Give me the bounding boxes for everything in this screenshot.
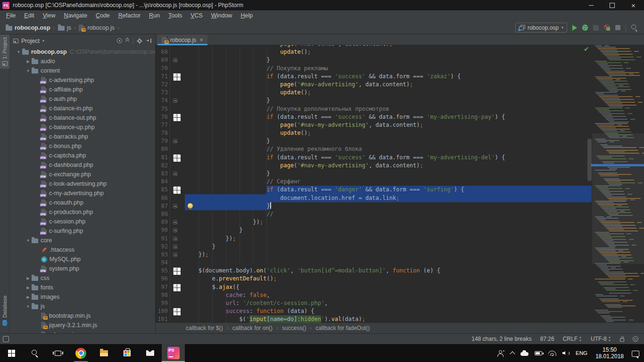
tree-item[interactable]: ▶fonts xyxy=(9,283,155,292)
fold-marker-icon[interactable] xyxy=(173,172,177,176)
close-tab-icon[interactable]: × xyxy=(199,36,203,43)
tree-item[interactable]: phpc-dashboard.php xyxy=(9,160,155,170)
taskbar-clock[interactable]: 15:50 18.01.2018 xyxy=(595,346,624,360)
code-line-91[interactable]: 91 }); xyxy=(156,235,592,243)
code-line-81[interactable]: 81 if (data.result === 'success' && data… xyxy=(156,154,592,162)
tree-item[interactable]: phpc-production.php xyxy=(9,207,155,217)
chevron-down-icon[interactable]: ▾ xyxy=(42,39,44,43)
code-line-99[interactable]: 99 url: '/content/c-session.php', xyxy=(156,299,592,307)
gutter[interactable] xyxy=(168,267,185,275)
tree-item[interactable]: JSjquery-3.2.1.min.js xyxy=(9,321,155,330)
fold-marker-icon[interactable] xyxy=(173,308,180,315)
fold-marker-icon[interactable] xyxy=(173,186,180,193)
tree-item[interactable]: phpc-barracks.php xyxy=(9,132,155,141)
code-line-97[interactable]: 97 $.ajax({ xyxy=(156,283,592,291)
tree-item[interactable]: phpc-session.php xyxy=(9,217,155,226)
tree-item[interactable]: ▼robocop.ospC:\OSPanel\domains\robocop.o… xyxy=(9,47,155,57)
code-editor[interactable]: 67 page('#nav-bonus', data.content);68 u… xyxy=(156,45,644,323)
wifi-icon[interactable] xyxy=(548,350,556,356)
fold-marker-icon[interactable] xyxy=(173,220,177,224)
menu-item-navigate[interactable]: Navigate xyxy=(60,10,91,21)
task-view-button[interactable] xyxy=(46,344,69,362)
gutter[interactable] xyxy=(168,113,185,121)
fold-marker-icon[interactable] xyxy=(173,237,177,241)
inspections-ok-icon[interactable]: ✔ xyxy=(584,45,589,53)
menu-item-window[interactable]: Window xyxy=(207,10,236,21)
code-line-92[interactable]: 92 } xyxy=(156,243,592,251)
code-line-71[interactable]: 71 if (data.result === 'success' && data… xyxy=(156,73,592,81)
code-breadcrumb-item[interactable]: callback for fadeOut() xyxy=(315,325,370,331)
menu-item-run[interactable]: Run xyxy=(145,10,164,21)
gutter[interactable] xyxy=(168,48,185,56)
code-line-80[interactable]: 80 // Удаление рекламного блока xyxy=(156,145,592,153)
gutter[interactable] xyxy=(168,81,185,89)
menu-item-code[interactable]: Code xyxy=(91,10,114,21)
sidebar-item-project[interactable]: 1: Project xyxy=(0,34,9,69)
code-line-101[interactable]: 101 $('input[name=do]:hidden').val(data)… xyxy=(156,315,592,323)
mail-button[interactable] xyxy=(139,344,162,362)
gutter[interactable] xyxy=(168,283,185,291)
tree-item[interactable]: phpc-captcha.php xyxy=(9,151,155,160)
minimap[interactable] xyxy=(592,45,644,323)
tree-item[interactable]: ▶audio xyxy=(9,57,155,66)
code-line-77[interactable]: 77 page('#nav-my-advertising', data.cont… xyxy=(156,121,592,129)
gear-icon[interactable] xyxy=(138,39,141,43)
chrome-taskbar-button[interactable] xyxy=(69,344,92,362)
gutter[interactable] xyxy=(168,178,185,186)
code-line-68[interactable]: 68 update(); xyxy=(156,48,592,56)
gutter[interactable] xyxy=(168,137,185,145)
action-center-icon[interactable] xyxy=(632,351,639,357)
code-line-88[interactable]: 88 // xyxy=(156,210,592,218)
menu-item-view[interactable]: View xyxy=(39,10,60,21)
fold-marker-icon[interactable] xyxy=(173,58,177,62)
code-line-93[interactable]: 93 }); xyxy=(156,251,592,259)
tree-item[interactable]: phpc-surfing.php xyxy=(9,226,155,236)
gutter[interactable] xyxy=(168,275,185,283)
readonly-lock-icon[interactable] xyxy=(620,338,624,342)
code-line-89[interactable]: 89 }); xyxy=(156,218,592,226)
code-line-84[interactable]: 84 // Серфинг xyxy=(156,178,592,186)
code-line-96[interactable]: 96 e.preventDefault(); xyxy=(156,275,592,283)
gutter[interactable] xyxy=(168,97,185,105)
code-line-74[interactable]: 74 } xyxy=(156,97,592,105)
fold-marker-icon[interactable] xyxy=(173,204,177,208)
code-breadcrumb-item[interactable]: callback for on() xyxy=(232,325,272,331)
locate-file-icon[interactable] xyxy=(117,38,122,43)
tree-item[interactable]: phpc-auth.php xyxy=(9,94,155,104)
tree-collapse-arrow-icon[interactable]: ▶ xyxy=(25,276,32,280)
tree-item[interactable]: JSrobocop.js xyxy=(9,330,155,333)
gutter[interactable] xyxy=(168,56,185,64)
taskbar-search-button[interactable] xyxy=(23,344,46,362)
tree-expand-arrow-icon[interactable]: ▼ xyxy=(25,304,32,309)
people-icon[interactable] xyxy=(497,350,504,356)
tree-item[interactable]: ▶images xyxy=(9,292,155,302)
speaker-icon[interactable] xyxy=(562,351,570,356)
tab-robocop-js[interactable]: JS robocop.js × xyxy=(157,34,207,45)
tree-collapse-arrow-icon[interactable]: ▶ xyxy=(25,295,32,299)
tree-item[interactable]: phpc-look-advertising.php xyxy=(9,179,155,189)
onedrive-cloud-icon[interactable] xyxy=(520,352,528,356)
file-explorer-button[interactable] xyxy=(92,344,116,362)
menu-item-help[interactable]: Help xyxy=(236,10,257,21)
stop-button[interactable] xyxy=(615,25,620,30)
run-button[interactable] xyxy=(572,25,577,31)
gutter[interactable] xyxy=(168,226,185,234)
tree-expand-arrow-icon[interactable]: ▼ xyxy=(25,239,32,243)
tree-collapse-arrow-icon[interactable]: ▶ xyxy=(25,286,32,290)
menu-item-refactor[interactable]: Refactor xyxy=(114,10,145,21)
tree-item[interactable]: phpc-noauth.php xyxy=(9,198,155,207)
gutter[interactable] xyxy=(168,307,185,315)
minimap-viewport[interactable] xyxy=(592,133,644,264)
code-line-79[interactable]: 79 } xyxy=(156,137,592,145)
code-line-87[interactable]: 87 } xyxy=(156,202,592,210)
hide-panel-icon[interactable] xyxy=(146,38,151,43)
fold-marker-icon[interactable] xyxy=(173,139,177,143)
battery-icon[interactable] xyxy=(535,351,542,355)
gutter[interactable] xyxy=(168,202,185,210)
code-breadcrumb-item[interactable]: success() xyxy=(282,325,306,331)
code-line-72[interactable]: 72 page('#nav-advertising', data.content… xyxy=(156,81,592,89)
gutter[interactable] xyxy=(168,235,185,243)
gutter[interactable] xyxy=(168,299,185,307)
gutter[interactable] xyxy=(168,218,185,226)
gutter[interactable] xyxy=(168,129,185,137)
